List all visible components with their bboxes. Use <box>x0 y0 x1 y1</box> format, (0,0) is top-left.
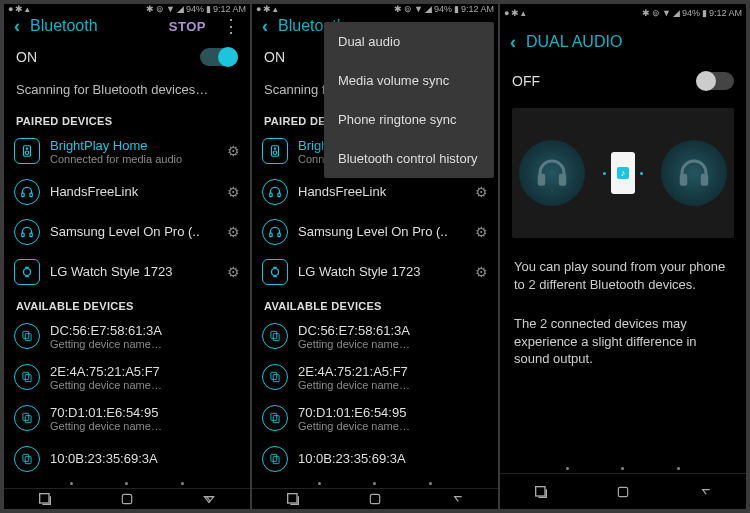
menu-item-dual-audio[interactable]: Dual audio <box>324 22 494 61</box>
dual-audio-illustration: ♪ <box>512 108 734 238</box>
gear-icon[interactable]: ⚙ <box>475 184 488 200</box>
device-sub: Connected for media audio <box>50 153 217 165</box>
nav-bar <box>4 488 250 509</box>
dual-audio-toggle-row[interactable]: OFF <box>500 62 746 100</box>
bluetooth-toggle-row[interactable]: ON <box>4 38 250 76</box>
description-1: You can play sound from your phone to 2 … <box>500 252 746 299</box>
svg-rect-36 <box>539 175 545 186</box>
recents-button[interactable] <box>4 489 86 509</box>
paired-device[interactable]: BrightPlay Home Connected for media audi… <box>4 131 250 172</box>
svg-rect-4 <box>30 193 32 197</box>
paired-device[interactable]: Samsung Level On Pro (.. ⚙ <box>252 212 498 252</box>
available-device[interactable]: 70:D1:01:E6:54:95 Getting device name… <box>252 398 498 439</box>
svg-rect-38 <box>681 175 687 186</box>
toggle-switch[interactable] <box>696 72 734 90</box>
header: ‹ DUAL AUDIO <box>500 22 746 62</box>
device-name: HandsFreeLink <box>50 184 217 199</box>
overflow-menu: Dual audio Media volume sync Phone ringt… <box>324 22 494 178</box>
gear-icon[interactable]: ⚙ <box>227 264 240 280</box>
available-header: AVAILABLE DEVICES <box>4 292 250 316</box>
gear-icon[interactable]: ⚙ <box>475 264 488 280</box>
svg-rect-37 <box>560 175 566 186</box>
nav-bar <box>500 473 746 509</box>
svg-rect-17 <box>122 494 131 503</box>
svg-rect-13 <box>25 416 31 423</box>
available-device[interactable]: 10:0B:23:35:69:3A <box>4 439 250 479</box>
svg-rect-21 <box>270 193 272 197</box>
home-button[interactable] <box>582 474 664 509</box>
device-icon <box>262 446 288 472</box>
available-device[interactable]: DC:56:E7:58:61:3A Getting device name… <box>252 316 498 357</box>
status-bar: ●✱▴ ✱⊚▼◢ 94%▮ 9:12 AM <box>4 4 250 14</box>
gear-icon[interactable]: ⚙ <box>475 224 488 240</box>
stop-button[interactable]: STOP <box>169 19 206 34</box>
menu-item-bt-control-history[interactable]: Bluetooth control history <box>324 139 494 178</box>
page-title: Bluetooth <box>30 17 159 35</box>
available-device[interactable]: 2E:4A:75:21:A5:F7 Getting device name… <box>252 357 498 398</box>
headset-icon <box>14 219 40 245</box>
svg-rect-5 <box>22 233 24 237</box>
menu-item-media-volume-sync[interactable]: Media volume sync <box>324 61 494 100</box>
gear-icon[interactable]: ⚙ <box>227 184 240 200</box>
paired-device[interactable]: HandsFreeLink ⚙ <box>4 172 250 212</box>
toggle-switch[interactable] <box>200 48 238 66</box>
paired-device[interactable]: LG Watch Style 1723 ⚙ <box>4 252 250 292</box>
svg-rect-27 <box>273 334 279 341</box>
recents-button[interactable] <box>252 489 334 509</box>
back-icon[interactable]: ‹ <box>510 32 516 53</box>
toggle-label: OFF <box>512 73 540 89</box>
device-icon <box>14 364 40 390</box>
status-bar: ●✱▴ ✱⊚▼◢ 94%▮ 9:12 AM <box>252 4 498 14</box>
paired-device[interactable]: Samsung Level On Pro (.. ⚙ <box>4 212 250 252</box>
watch-icon <box>262 259 288 285</box>
page-indicator <box>252 479 498 488</box>
device-icon <box>262 323 288 349</box>
recents-button[interactable] <box>500 474 582 509</box>
phone-icon: ♪ <box>611 152 635 194</box>
scanning-text: Scanning for Bluetooth devices… <box>4 76 250 107</box>
status-bar: ●✱▴ ✱⊚▼◢ 94%▮ 9:12 AM <box>500 4 746 22</box>
device-name: 10:0B:23:35:69:3A <box>50 451 240 466</box>
svg-point-19 <box>273 151 277 155</box>
gear-icon[interactable]: ⚙ <box>227 143 240 159</box>
device-name: LG Watch Style 1723 <box>50 264 217 279</box>
headphone-icon <box>661 140 727 206</box>
svg-rect-9 <box>25 334 31 341</box>
home-button[interactable] <box>334 489 416 509</box>
header: ‹ Bluetooth STOP ⋮ <box>4 14 250 37</box>
svg-rect-33 <box>273 456 279 463</box>
svg-rect-28 <box>271 373 277 380</box>
device-icon <box>14 446 40 472</box>
svg-point-25 <box>272 268 279 275</box>
device-icon <box>14 323 40 349</box>
device-sub: Getting device name… <box>50 420 240 432</box>
back-icon[interactable]: ‹ <box>262 16 268 37</box>
toggle-label: ON <box>16 49 37 65</box>
screen-bluetooth-menu: ●✱▴ ✱⊚▼◢ 94%▮ 9:12 AM ‹ Bluetooth ON Sca… <box>252 4 498 509</box>
device-name: Samsung Level On Pro (.. <box>50 224 217 239</box>
headset-icon <box>14 179 40 205</box>
available-device[interactable]: 10:0B:23:35:69:3A <box>252 439 498 479</box>
back-button[interactable] <box>416 489 498 509</box>
available-device[interactable]: DC:56:E7:58:61:3A Getting device name… <box>4 316 250 357</box>
device-name: 2E:4A:75:21:A5:F7 <box>50 364 240 379</box>
menu-item-phone-ringtone-sync[interactable]: Phone ringtone sync <box>324 100 494 139</box>
page-indicator <box>4 479 250 488</box>
back-button[interactable] <box>168 489 250 509</box>
paired-header: PAIRED DEVICES <box>4 107 250 131</box>
available-device[interactable]: 70:D1:01:E6:54:95 Getting device name… <box>4 398 250 439</box>
available-device[interactable]: 2E:4A:75:21:A5:F7 Getting device name… <box>4 357 250 398</box>
back-icon[interactable]: ‹ <box>14 16 20 37</box>
svg-rect-14 <box>23 454 29 461</box>
device-name: BrightPlay Home <box>50 138 217 153</box>
svg-point-7 <box>24 268 31 275</box>
home-button[interactable] <box>86 489 168 509</box>
gear-icon[interactable]: ⚙ <box>227 224 240 240</box>
device-icon <box>14 405 40 431</box>
svg-rect-40 <box>536 486 545 495</box>
device-name: 70:D1:01:E6:54:95 <box>50 405 240 420</box>
paired-device[interactable]: LG Watch Style 1723 ⚙ <box>252 252 498 292</box>
back-button[interactable] <box>664 474 746 509</box>
more-icon[interactable]: ⋮ <box>216 15 240 37</box>
headset-icon <box>262 179 288 205</box>
